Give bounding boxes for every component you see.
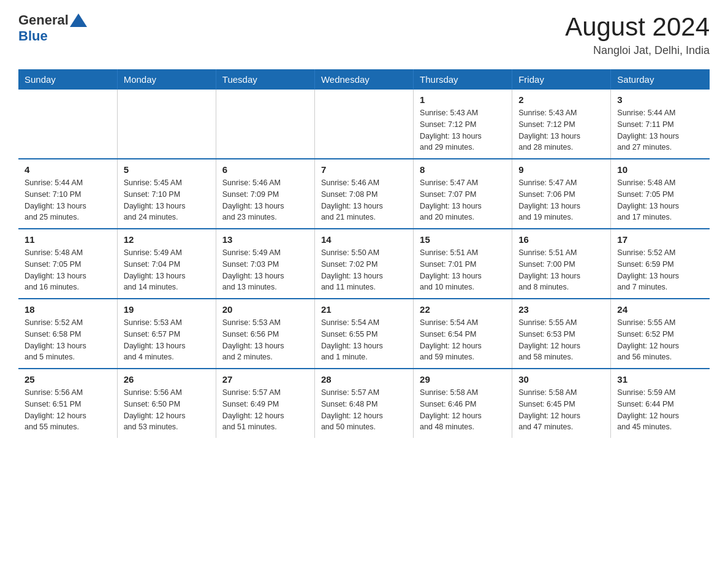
calendar-cell: 28Sunrise: 5:57 AM Sunset: 6:48 PM Dayli… <box>314 369 413 438</box>
calendar-cell: 22Sunrise: 5:54 AM Sunset: 6:54 PM Dayli… <box>414 299 512 369</box>
week-row-1: 1Sunrise: 5:43 AM Sunset: 7:12 PM Daylig… <box>18 90 710 159</box>
day-number: 24 <box>617 304 703 315</box>
day-number: 15 <box>420 234 506 245</box>
day-number: 27 <box>222 374 308 385</box>
calendar-cell: 13Sunrise: 5:49 AM Sunset: 7:03 PM Dayli… <box>216 229 314 299</box>
calendar-body: 1Sunrise: 5:43 AM Sunset: 7:12 PM Daylig… <box>18 90 710 438</box>
day-number: 11 <box>25 234 111 245</box>
calendar-cell: 1Sunrise: 5:43 AM Sunset: 7:12 PM Daylig… <box>414 90 512 159</box>
day-number: 31 <box>617 374 703 385</box>
day-number: 25 <box>25 374 111 385</box>
day-number: 22 <box>420 304 506 315</box>
header-day-saturday: Saturday <box>611 69 710 90</box>
day-info: Sunrise: 5:54 AM Sunset: 6:55 PM Dayligh… <box>321 317 407 363</box>
header-row: SundayMondayTuesdayWednesdayThursdayFrid… <box>18 69 710 90</box>
day-info: Sunrise: 5:47 AM Sunset: 7:06 PM Dayligh… <box>518 177 604 223</box>
day-info: Sunrise: 5:51 AM Sunset: 7:01 PM Dayligh… <box>420 247 506 293</box>
day-number: 12 <box>124 234 210 245</box>
day-number: 13 <box>222 234 308 245</box>
day-number: 2 <box>518 94 604 105</box>
day-info: Sunrise: 5:44 AM Sunset: 7:11 PM Dayligh… <box>617 107 703 153</box>
calendar-table: SundayMondayTuesdayWednesdayThursdayFrid… <box>18 69 710 438</box>
header-day-friday: Friday <box>512 69 611 90</box>
day-info: Sunrise: 5:57 AM Sunset: 6:48 PM Dayligh… <box>321 387 407 433</box>
calendar-cell: 3Sunrise: 5:44 AM Sunset: 7:11 PM Daylig… <box>611 90 710 159</box>
calendar-cell <box>18 90 117 159</box>
calendar-cell <box>216 90 314 159</box>
day-info: Sunrise: 5:45 AM Sunset: 7:10 PM Dayligh… <box>124 177 210 223</box>
calendar-cell: 21Sunrise: 5:54 AM Sunset: 6:55 PM Dayli… <box>314 299 413 369</box>
day-number: 6 <box>222 164 308 175</box>
day-info: Sunrise: 5:58 AM Sunset: 6:45 PM Dayligh… <box>518 387 604 433</box>
calendar-cell: 2Sunrise: 5:43 AM Sunset: 7:12 PM Daylig… <box>512 90 611 159</box>
day-info: Sunrise: 5:48 AM Sunset: 7:05 PM Dayligh… <box>617 177 703 223</box>
day-info: Sunrise: 5:49 AM Sunset: 7:04 PM Dayligh… <box>124 247 210 293</box>
calendar-title: August 2024 <box>565 12 710 42</box>
day-info: Sunrise: 5:58 AM Sunset: 6:46 PM Dayligh… <box>420 387 506 433</box>
calendar-cell: 15Sunrise: 5:51 AM Sunset: 7:01 PM Dayli… <box>414 229 512 299</box>
calendar-cell: 14Sunrise: 5:50 AM Sunset: 7:02 PM Dayli… <box>314 229 413 299</box>
day-info: Sunrise: 5:51 AM Sunset: 7:00 PM Dayligh… <box>518 247 604 293</box>
calendar-cell: 25Sunrise: 5:56 AM Sunset: 6:51 PM Dayli… <box>18 369 117 438</box>
day-info: Sunrise: 5:55 AM Sunset: 6:52 PM Dayligh… <box>617 317 703 363</box>
day-number: 9 <box>518 164 604 175</box>
calendar-cell: 30Sunrise: 5:58 AM Sunset: 6:45 PM Dayli… <box>512 369 611 438</box>
calendar-cell: 8Sunrise: 5:47 AM Sunset: 7:07 PM Daylig… <box>414 159 512 229</box>
day-info: Sunrise: 5:46 AM Sunset: 7:09 PM Dayligh… <box>222 177 308 223</box>
calendar-cell: 12Sunrise: 5:49 AM Sunset: 7:04 PM Dayli… <box>117 229 216 299</box>
calendar-cell: 24Sunrise: 5:55 AM Sunset: 6:52 PM Dayli… <box>611 299 710 369</box>
calendar-cell: 5Sunrise: 5:45 AM Sunset: 7:10 PM Daylig… <box>117 159 216 229</box>
week-row-2: 4Sunrise: 5:44 AM Sunset: 7:10 PM Daylig… <box>18 159 710 229</box>
calendar-cell: 6Sunrise: 5:46 AM Sunset: 7:09 PM Daylig… <box>216 159 314 229</box>
calendar-header: SundayMondayTuesdayWednesdayThursdayFrid… <box>18 69 710 90</box>
week-row-3: 11Sunrise: 5:48 AM Sunset: 7:05 PM Dayli… <box>18 229 710 299</box>
day-number: 14 <box>321 234 407 245</box>
calendar-cell: 26Sunrise: 5:56 AM Sunset: 6:50 PM Dayli… <box>117 369 216 438</box>
day-number: 26 <box>124 374 210 385</box>
day-info: Sunrise: 5:49 AM Sunset: 7:03 PM Dayligh… <box>222 247 308 293</box>
day-number: 5 <box>124 164 210 175</box>
calendar-cell: 11Sunrise: 5:48 AM Sunset: 7:05 PM Dayli… <box>18 229 117 299</box>
calendar-cell: 19Sunrise: 5:53 AM Sunset: 6:57 PM Dayli… <box>117 299 216 369</box>
day-info: Sunrise: 5:43 AM Sunset: 7:12 PM Dayligh… <box>420 107 506 153</box>
logo-top-row: General <box>18 12 87 28</box>
logo-general-text: General <box>18 12 69 28</box>
title-section: August 2024 Nangloi Jat, Delhi, India <box>565 12 710 57</box>
week-row-4: 18Sunrise: 5:52 AM Sunset: 6:58 PM Dayli… <box>18 299 710 369</box>
day-info: Sunrise: 5:43 AM Sunset: 7:12 PM Dayligh… <box>518 107 604 153</box>
day-number: 4 <box>25 164 111 175</box>
logo-triangle-icon <box>70 13 87 27</box>
day-info: Sunrise: 5:56 AM Sunset: 6:51 PM Dayligh… <box>25 387 111 433</box>
week-row-5: 25Sunrise: 5:56 AM Sunset: 6:51 PM Dayli… <box>18 369 710 438</box>
day-number: 3 <box>617 94 703 105</box>
day-info: Sunrise: 5:48 AM Sunset: 7:05 PM Dayligh… <box>25 247 111 293</box>
day-info: Sunrise: 5:56 AM Sunset: 6:50 PM Dayligh… <box>124 387 210 433</box>
day-info: Sunrise: 5:53 AM Sunset: 6:57 PM Dayligh… <box>124 317 210 363</box>
calendar-cell: 20Sunrise: 5:53 AM Sunset: 6:56 PM Dayli… <box>216 299 314 369</box>
header-day-tuesday: Tuesday <box>216 69 314 90</box>
page-header: General Blue August 2024 Nangloi Jat, De… <box>18 12 710 57</box>
day-info: Sunrise: 5:44 AM Sunset: 7:10 PM Dayligh… <box>25 177 111 223</box>
calendar-cell: 7Sunrise: 5:46 AM Sunset: 7:08 PM Daylig… <box>314 159 413 229</box>
day-info: Sunrise: 5:52 AM Sunset: 6:58 PM Dayligh… <box>25 317 111 363</box>
day-info: Sunrise: 5:55 AM Sunset: 6:53 PM Dayligh… <box>518 317 604 363</box>
day-number: 1 <box>420 94 506 105</box>
calendar-cell: 27Sunrise: 5:57 AM Sunset: 6:49 PM Dayli… <box>216 369 314 438</box>
day-number: 16 <box>518 234 604 245</box>
calendar-cell: 18Sunrise: 5:52 AM Sunset: 6:58 PM Dayli… <box>18 299 117 369</box>
calendar-cell <box>117 90 216 159</box>
calendar-cell <box>314 90 413 159</box>
header-day-thursday: Thursday <box>414 69 512 90</box>
day-info: Sunrise: 5:54 AM Sunset: 6:54 PM Dayligh… <box>420 317 506 363</box>
day-info: Sunrise: 5:46 AM Sunset: 7:08 PM Dayligh… <box>321 177 407 223</box>
day-info: Sunrise: 5:57 AM Sunset: 6:49 PM Dayligh… <box>222 387 308 433</box>
day-number: 29 <box>420 374 506 385</box>
header-day-monday: Monday <box>117 69 216 90</box>
day-number: 7 <box>321 164 407 175</box>
day-info: Sunrise: 5:53 AM Sunset: 6:56 PM Dayligh… <box>222 317 308 363</box>
calendar-cell: 16Sunrise: 5:51 AM Sunset: 7:00 PM Dayli… <box>512 229 611 299</box>
day-info: Sunrise: 5:59 AM Sunset: 6:44 PM Dayligh… <box>617 387 703 433</box>
day-number: 17 <box>617 234 703 245</box>
day-number: 10 <box>617 164 703 175</box>
day-number: 30 <box>518 374 604 385</box>
